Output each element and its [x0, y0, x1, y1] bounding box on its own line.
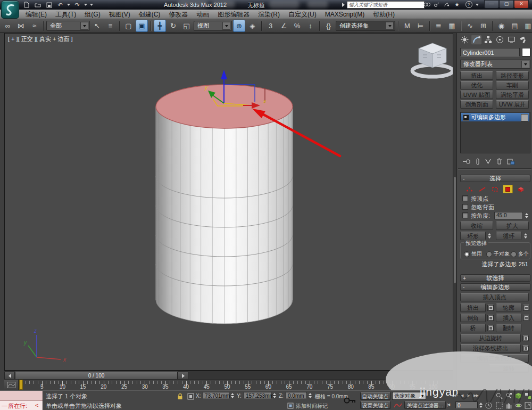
tab-modify-icon[interactable]: [471, 35, 482, 45]
gizmo-z-axis-icon[interactable]: [221, 70, 227, 79]
save-file-icon[interactable]: [45, 1, 53, 9]
angle-snap-icon[interactable]: ∠: [278, 20, 290, 32]
edit-poly-button[interactable]: 翻转: [496, 324, 521, 332]
modifier-set-button[interactable]: UVW 展开: [496, 100, 529, 109]
hinge-from-edge-button[interactable]: 从边旋转: [460, 334, 521, 342]
preview-option[interactable]: 子对象: [486, 250, 510, 258]
menu-item[interactable]: 图形编辑器: [213, 10, 254, 19]
menu-item[interactable]: 动画: [192, 10, 213, 19]
tab-create-icon[interactable]: [459, 35, 470, 45]
stack-item-toggle-icon[interactable]: [521, 114, 528, 121]
key-mode-toggle-icon[interactable]: |◀: [447, 403, 450, 407]
material-editor-icon[interactable]: ◉: [495, 20, 508, 32]
settings-icon[interactable]: [487, 325, 494, 331]
show-end-result-icon[interactable]: [476, 158, 480, 165]
shrink-button[interactable]: 收缩: [460, 222, 493, 230]
menu-item[interactable]: 工具(T): [51, 10, 80, 19]
modifier-set-button[interactable]: 涡轮平滑: [496, 91, 529, 99]
select-and-rotate-icon[interactable]: ↻: [167, 20, 179, 32]
select-and-manipulate-icon[interactable]: ◈: [246, 20, 259, 32]
edit-poly-button[interactable]: 桥: [460, 324, 486, 332]
by-angle-checkbox[interactable]: [462, 212, 468, 218]
rendered-frame-icon[interactable]: ▥: [522, 20, 532, 32]
make-unique-icon[interactable]: [485, 158, 492, 165]
modifier-stack-list[interactable]: 可编辑多边形: [460, 112, 530, 153]
align-icon[interactable]: ⊨: [414, 20, 427, 32]
layer-manager-icon[interactable]: ≣: [433, 20, 445, 32]
window-crossing-icon[interactable]: ▣: [136, 20, 148, 32]
current-frame-marker[interactable]: [19, 380, 23, 390]
listener-expand-icon[interactable]: <: [35, 402, 38, 408]
x-coord-spinner[interactable]: [230, 392, 235, 399]
open-file-icon[interactable]: [34, 1, 42, 9]
mirror-icon[interactable]: M: [401, 20, 413, 32]
rectangular-selection-region-icon[interactable]: ▢: [122, 20, 135, 32]
rollout-soft-selection[interactable]: +软选择: [460, 274, 530, 282]
preview-option[interactable]: 禁用: [464, 250, 482, 258]
object-name-field[interactable]: Cylinder001: [460, 48, 520, 56]
preview-radio-icon[interactable]: [464, 251, 470, 257]
select-object-icon[interactable]: ↖: [91, 20, 103, 32]
curve-editor-icon[interactable]: ∿: [464, 20, 476, 32]
y-coord-field[interactable]: 157.253mm: [244, 392, 271, 399]
listener-pink-line[interactable]: [0, 391, 43, 401]
graphite-ribbon-icon[interactable]: ▦: [446, 20, 458, 32]
menu-item[interactable]: 渲染(R): [254, 10, 284, 19]
polygon-subobject-icon[interactable]: [503, 185, 513, 193]
select-by-name-icon[interactable]: ≡: [104, 20, 117, 32]
menu-item[interactable]: MAXScript(M): [321, 10, 369, 19]
set-keys-key-icon[interactable]: [343, 394, 357, 407]
menu-item[interactable]: 组(G): [80, 10, 104, 19]
percent-snap-icon[interactable]: %: [291, 20, 303, 32]
viewport-label[interactable]: [ + ][ 正交 ][ 真实 + 边面 ]: [8, 35, 73, 43]
select-and-move-icon[interactable]: ╋: [154, 20, 166, 32]
tab-display-icon[interactable]: [506, 35, 517, 45]
x-coord-field[interactable]: 73.701mm: [203, 392, 229, 399]
menu-item[interactable]: 创建(C): [135, 10, 165, 19]
vertex-subobject-icon[interactable]: [464, 185, 475, 193]
extrude-spline-settings-icon[interactable]: [522, 345, 529, 351]
help-dropdown-icon[interactable]: [476, 4, 479, 6]
set-key-button[interactable]: 设置关键点: [360, 401, 390, 409]
menu-item[interactable]: 编辑(E): [21, 10, 51, 19]
viewport[interactable]: [ + ][ 正交 ][ 真实 + 边面 ]: [4, 33, 453, 371]
rollout-selection[interactable]: -选择: [460, 175, 530, 182]
modifier-list-dropdown[interactable]: 修改器列表: [460, 60, 530, 69]
undo-dropdown-icon[interactable]: [67, 4, 70, 6]
object-color-swatch[interactable]: [522, 48, 530, 56]
absolute-offset-toggle-icon[interactable]: [186, 392, 195, 400]
stack-item-editable-poly[interactable]: 可编辑多边形: [461, 113, 529, 121]
menu-item[interactable]: 修改器: [164, 10, 192, 19]
settings-icon[interactable]: [487, 305, 494, 311]
viewcube[interactable]: [412, 43, 453, 77]
time-tag-icon[interactable]: [286, 401, 295, 410]
favorites-star-icon[interactable]: ★: [453, 1, 461, 8]
angle-spinner[interactable]: [524, 212, 529, 219]
loop-spinner[interactable]: [523, 232, 528, 239]
application-menu-logo[interactable]: [1, 1, 19, 19]
y-coord-spinner[interactable]: [272, 392, 277, 399]
menu-item[interactable]: 帮助(H): [369, 10, 399, 19]
edit-poly-button[interactable]: 轮廓: [496, 304, 521, 312]
element-subobject-icon[interactable]: [516, 185, 526, 193]
quick-access-customize-icon[interactable]: [90, 4, 93, 6]
redo-dropdown-icon[interactable]: [84, 4, 87, 6]
reference-coordinate-dropdown[interactable]: 视图: [194, 21, 232, 31]
schematic-view-icon[interactable]: ⊞: [477, 20, 489, 32]
angle-value-field[interactable]: 45.0: [494, 212, 523, 219]
edit-poly-button[interactable]: 挤出: [460, 304, 486, 312]
add-time-tag-label[interactable]: 添加时间标记: [296, 403, 328, 410]
tab-motion-icon[interactable]: [494, 35, 505, 45]
set-key-curve-icon[interactable]: [393, 401, 403, 409]
tab-hierarchy-icon[interactable]: [483, 35, 494, 45]
modifier-set-button[interactable]: 路径变形: [496, 71, 529, 80]
pin-stack-icon[interactable]: [462, 158, 471, 165]
rollout-edit-polygons[interactable]: -编辑多边形: [460, 283, 530, 291]
maxscript-mini-listener[interactable]: — 所在行: <: [0, 391, 43, 410]
modifier-set-button[interactable]: 优化: [460, 81, 493, 89]
selection-filter-dropdown[interactable]: 全部: [46, 21, 90, 31]
new-file-icon[interactable]: [22, 1, 31, 9]
ignore-backfacing-checkbox[interactable]: [462, 204, 468, 210]
hinge-settings-icon[interactable]: [522, 335, 529, 341]
communication-center-icon[interactable]: [433, 1, 441, 8]
